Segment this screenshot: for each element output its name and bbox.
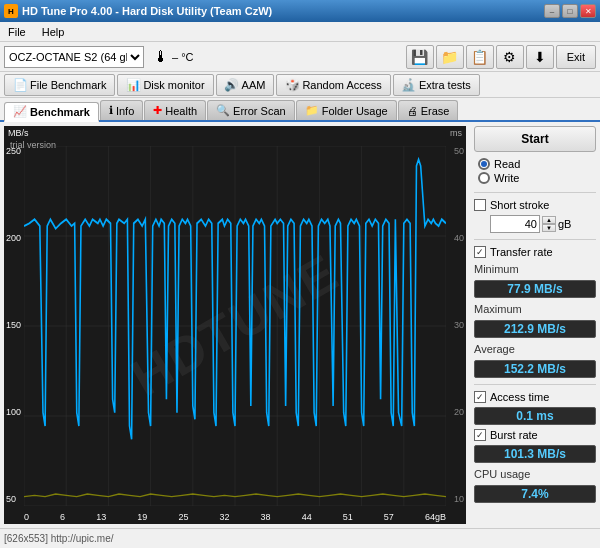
average-stat-box: 152.2 MB/s [474,360,596,378]
maximum-label: Maximum [474,302,596,316]
subtab-info[interactable]: ℹ Info [100,100,143,120]
title-bar-left: H HD Tune Pro 4.00 - Hard Disk Utility (… [4,4,272,18]
gb-input[interactable] [490,215,540,233]
write-radio[interactable] [478,172,490,184]
subtab-health-label: Health [165,105,197,117]
tab-random-access-label: Random Access [302,79,381,91]
title-bar: H HD Tune Pro 4.00 - Hard Disk Utility (… [0,0,600,22]
toolbar-icons: 💾 📁 📋 ⚙ ⬇ Exit [406,45,596,69]
tab-disk-monitor-label: Disk monitor [143,79,204,91]
x-label-0: 0 [24,512,29,522]
short-stroke-checkbox[interactable] [474,199,486,211]
maximum-value: 212.9 MB/s [479,322,591,336]
tab-extra-tests[interactable]: 🔬 Extra tests [393,74,480,96]
short-stroke-label: Short stroke [490,199,549,211]
file-benchmark-icon: 📄 [13,78,27,92]
x-label-32: 32 [219,512,229,522]
burst-rate-label: Burst rate [490,429,538,441]
access-time-stat-box: 0.1 ms [474,407,596,425]
aam-icon: 🔊 [225,78,239,92]
subtab-erase[interactable]: 🖨 Erase [398,100,459,120]
gb-spin-down[interactable]: ▼ [542,224,556,232]
divider2 [474,239,596,240]
transfer-rate-item[interactable]: Transfer rate [474,246,596,258]
subtab-info-label: Info [116,105,134,117]
menu-help[interactable]: Help [38,26,69,38]
subtab-error-scan-label: Error Scan [233,105,286,117]
menu-file[interactable]: File [4,26,30,38]
health-subtab-icon: ✚ [153,104,162,117]
save-icon-btn[interactable]: 💾 [406,45,434,69]
temp-value: – °C [172,51,194,63]
access-time-checkbox[interactable] [474,391,486,403]
y-right-40: 40 [454,233,464,243]
window-title: HD Tune Pro 4.00 - Hard Disk Utility (Te… [22,5,272,17]
y-label-150: 150 [6,320,21,330]
chart-unit-left: MB/s [8,128,29,138]
average-label: Average [474,342,596,356]
disk-select[interactable]: OCZ-OCTANE S2 (64 gB) [4,46,144,68]
close-button[interactable]: ✕ [580,4,596,18]
x-axis: 0 6 13 19 25 32 38 44 51 57 64gB [24,512,446,522]
maximum-stat-box: 212.9 MB/s [474,320,596,338]
x-label-38: 38 [261,512,271,522]
maximize-button[interactable]: □ [562,4,578,18]
x-label-57: 57 [384,512,394,522]
minimize-button[interactable]: – [544,4,560,18]
cpu-usage-stat-box: 7.4% [474,485,596,503]
short-stroke-item[interactable]: Short stroke [474,199,596,211]
access-time-value: 0.1 ms [479,409,591,423]
toolbar2: 📄 File Benchmark 📊 Disk monitor 🔊 AAM 🎲 … [0,72,600,98]
subtab-folder-usage[interactable]: 📁 Folder Usage [296,100,397,120]
y-right-10: 10 [454,494,464,504]
read-label: Read [494,158,520,170]
access-time-item[interactable]: Access time [474,391,596,403]
chart-area: MB/s ms trial version HDTUNE 250 200 150… [4,126,466,524]
y-label-50: 50 [6,494,21,504]
settings-icon-btn[interactable]: ⚙ [496,45,524,69]
write-radio-item[interactable]: Write [478,172,592,184]
burst-rate-item[interactable]: Burst rate [474,429,596,441]
y-label-250: 250 [6,146,21,156]
y-axis-right: 50 40 30 20 10 [454,146,464,504]
x-label-6: 6 [60,512,65,522]
thermometer-icon: 🌡 [152,46,170,68]
floppy-icon-btn[interactable]: 📋 [466,45,494,69]
folder-icon-btn[interactable]: 📁 [436,45,464,69]
subtabs: 📈 Benchmark ℹ Info ✚ Health 🔍 Error Scan… [0,98,600,122]
benchmark-subtab-icon: 📈 [13,105,27,118]
exit-button[interactable]: Exit [556,45,596,69]
menu-bar: File Help [0,22,600,42]
tab-random-access[interactable]: 🎲 Random Access [276,74,390,96]
random-access-icon: 🎲 [285,78,299,92]
transfer-rate-checkbox[interactable] [474,246,486,258]
burst-rate-checkbox[interactable] [474,429,486,441]
tab-aam[interactable]: 🔊 AAM [216,74,275,96]
gb-input-group: ▲ ▼ gB [490,215,596,233]
y-label-200: 200 [6,233,21,243]
tab-disk-monitor[interactable]: 📊 Disk monitor [117,74,213,96]
read-radio-item[interactable]: Read [478,158,592,170]
chart-unit-right: ms [450,128,462,138]
tab-file-benchmark-label: File Benchmark [30,79,106,91]
subtab-benchmark-label: Benchmark [30,106,90,118]
tab-aam-label: AAM [242,79,266,91]
tab-file-benchmark[interactable]: 📄 File Benchmark [4,74,115,96]
disk-monitor-icon: 📊 [126,78,140,92]
read-radio[interactable] [478,158,490,170]
download-icon-btn[interactable]: ⬇ [526,45,554,69]
y-right-50: 50 [454,146,464,156]
title-bar-controls: – □ ✕ [544,4,596,18]
y-axis-left: 250 200 150 100 50 [6,146,21,504]
gb-spin-up[interactable]: ▲ [542,216,556,224]
gb-spin-arrows: ▲ ▼ [542,216,556,232]
subtab-erase-label: Erase [421,105,450,117]
subtab-health[interactable]: ✚ Health [144,100,206,120]
app-icon: H [4,4,18,18]
subtab-benchmark[interactable]: 📈 Benchmark [4,102,99,122]
chart-line [24,146,446,506]
minimum-stat-box: 77.9 MB/s [474,280,596,298]
y-right-30: 30 [454,320,464,330]
subtab-error-scan[interactable]: 🔍 Error Scan [207,100,295,120]
start-button[interactable]: Start [474,126,596,152]
